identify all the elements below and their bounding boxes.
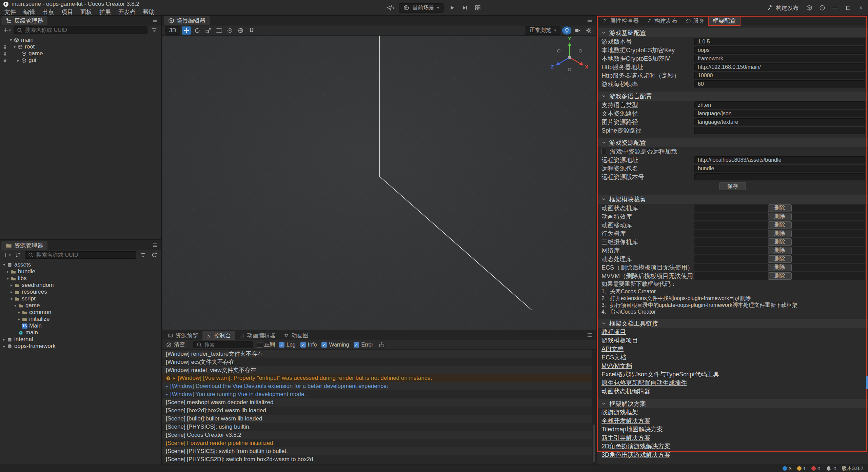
- expand-arrow-icon[interactable]: ▸: [1, 337, 7, 342]
- mode-3d-toggle[interactable]: 3D: [165, 26, 180, 35]
- error-checkbox[interactable]: ✓: [354, 342, 359, 348]
- assets-filter-button[interactable]: [139, 251, 147, 259]
- expand-arrow-icon[interactable]: ▾: [1, 262, 7, 267]
- snap-toggle-button[interactable]: [247, 26, 256, 35]
- log-count[interactable]: 3: [783, 466, 791, 471]
- console-line[interactable]: ▸[Window] Download the Vue Devtools exte…: [162, 382, 596, 390]
- assets-node-game[interactable]: ▾game: [0, 302, 161, 309]
- doc-link-Tiledmap地图解决方案[interactable]: Tiledmap地图解决方案: [597, 425, 868, 434]
- doc-link-3D角色扮演游戏解决方案[interactable]: 3D角色扮演游戏解决方案: [597, 451, 868, 459]
- section-header-游戏基础配置[interactable]: 游戏基础配置: [597, 28, 868, 37]
- doc-link-ECS文档[interactable]: ECS文档: [597, 353, 868, 362]
- delete-module-button[interactable]: 删除: [768, 247, 792, 254]
- delete-module-button[interactable]: 删除: [768, 255, 792, 263]
- remote-load-checkbox[interactable]: [601, 149, 607, 154]
- tab-动画图[interactable]: 动画图: [280, 331, 313, 340]
- delete-module-button[interactable]: 删除: [768, 238, 792, 246]
- doc-link-原生包热更新配置自动生成插件[interactable]: 原生包热更新配置自动生成插件: [597, 379, 868, 387]
- pivot-toggle-button[interactable]: [225, 26, 234, 35]
- tab-构建发布[interactable]: 构建发布: [643, 16, 682, 25]
- tab-属性检查器[interactable]: 属性检查器: [598, 16, 643, 25]
- tab-框架配置[interactable]: 框架配置: [709, 16, 740, 25]
- expand-arrow-icon[interactable]: ▸: [9, 283, 14, 288]
- section-header-框架解决方案[interactable]: 框架解决方案: [597, 399, 868, 408]
- field-input-本地数据CryptoES加密IV[interactable]: [694, 55, 865, 62]
- close-button[interactable]: ×: [855, 3, 867, 13]
- hierarchy-node-game[interactable]: game: [0, 50, 161, 57]
- play-button[interactable]: [448, 4, 456, 12]
- section-header-框架模块裁剪[interactable]: 框架模块裁剪: [597, 195, 868, 204]
- console-line[interactable]: ▸[Window] You are running Vue in develop…: [162, 390, 596, 398]
- assets-node-initialize[interactable]: ▸initialize: [0, 316, 161, 322]
- console-search-input[interactable]: [204, 342, 250, 348]
- tab-assets[interactable]: 资源管理器: [1, 241, 47, 250]
- hierarchy-menu-button[interactable]: [152, 17, 158, 23]
- doc-link-新手引导解决方案[interactable]: 新手引导解决方案: [597, 434, 868, 442]
- menu-item-项目[interactable]: 项目: [58, 8, 77, 16]
- assets-node-Main[interactable]: TSMain: [0, 322, 161, 329]
- assets-menu-button[interactable]: [152, 242, 158, 248]
- scene-settings-button[interactable]: [584, 26, 593, 35]
- filter-info[interactable]: ✓Info: [300, 342, 317, 348]
- warning-checkbox[interactable]: ✓: [321, 342, 327, 348]
- help-button[interactable]: ?: [816, 3, 828, 13]
- assets-node-assets[interactable]: ▾assets: [0, 261, 161, 268]
- rect-tool-button[interactable]: [214, 26, 223, 35]
- field-input-远程资源版本号[interactable]: [694, 173, 865, 180]
- menu-item-编辑[interactable]: 编辑: [20, 8, 39, 16]
- preview-target-button[interactable]: ▾: [386, 4, 395, 12]
- hierarchy-node-root[interactable]: ▾root: [0, 43, 161, 50]
- hierarchy-search-input[interactable]: [25, 27, 144, 33]
- log-checkbox[interactable]: ✓: [279, 342, 284, 348]
- filter-log[interactable]: ✓Log: [279, 342, 296, 348]
- save-button[interactable]: 保存: [719, 182, 746, 190]
- filter-warning[interactable]: ✓Warning: [321, 342, 349, 348]
- doc-link-动画状态机编辑器[interactable]: 动画状态机编辑器: [597, 387, 868, 396]
- scene-menu-button[interactable]: [587, 17, 593, 23]
- notification-count[interactable]: 0: [826, 466, 836, 472]
- layout-grid-button[interactable]: [473, 4, 482, 12]
- assets-node-oops-framework[interactable]: ▸oops-framework: [0, 343, 161, 350]
- info-checkbox[interactable]: ✓: [300, 342, 306, 348]
- assets-node-resources[interactable]: ▸resources: [0, 289, 161, 295]
- console-line[interactable]: [Window] render_texture文件夹不存在: [162, 350, 596, 358]
- expand-arrow-icon[interactable]: ▸: [173, 376, 175, 380]
- menu-item-扩展[interactable]: 扩展: [96, 8, 115, 16]
- expand-arrow-icon[interactable]: ▸: [166, 384, 168, 389]
- console-collapse-button[interactable]: [377, 341, 386, 349]
- console-scroll-thumb[interactable]: [593, 425, 595, 462]
- move-tool-button[interactable]: [182, 26, 191, 35]
- assets-node-main[interactable]: main: [0, 329, 161, 336]
- section-header-游戏资源配置[interactable]: 游戏资源配置: [597, 138, 868, 147]
- field-input-Http服务器地址[interactable]: [694, 63, 865, 71]
- console-line[interactable]: !▸[Window] [Vue warn]: Property "onInput…: [162, 374, 596, 382]
- delete-module-button[interactable]: 删除: [768, 230, 792, 237]
- console-line[interactable]: [Scene] Cocos Creator v3.8.2: [162, 431, 596, 439]
- expand-arrow-icon[interactable]: ▸: [16, 317, 22, 321]
- field-input-Spine资源路径[interactable]: [694, 127, 865, 134]
- tab-控制台[interactable]: 控制台: [202, 331, 235, 340]
- hierarchy-add-button[interactable]: ▾: [2, 26, 11, 34]
- doc-link-教程项目[interactable]: 教程项目: [597, 328, 868, 336]
- console-line[interactable]: [Scene] [bullet]:bullet wasm lib loaded.: [162, 415, 596, 423]
- console-clear-button[interactable]: 清空: [166, 341, 185, 348]
- console-line[interactable]: [Scene] [PHYSICS2D]: switch from box2d-w…: [162, 455, 596, 464]
- expand-arrow-icon[interactable]: ▾: [12, 44, 17, 49]
- expand-arrow-icon[interactable]: ▸: [16, 58, 21, 63]
- tab-服务[interactable]: 服务: [682, 16, 709, 25]
- assets-add-button[interactable]: ▾: [2, 251, 11, 259]
- expand-arrow-icon[interactable]: ▾: [8, 38, 14, 42]
- hierarchy-node-main[interactable]: ▾main: [0, 37, 161, 43]
- doc-link-战旗游戏框架[interactable]: 战旗游戏框架: [597, 408, 868, 417]
- menu-item-开发者[interactable]: 开发者: [115, 8, 139, 16]
- assets-search-input[interactable]: [36, 252, 133, 258]
- assets-node-script[interactable]: ▾script: [0, 295, 161, 302]
- expand-arrow-icon[interactable]: ▸: [5, 276, 11, 281]
- expand-arrow-icon[interactable]: ▸: [5, 269, 11, 274]
- delete-module-button[interactable]: 删除: [768, 264, 792, 271]
- console-line[interactable]: [Window] model_view文件夹不存在: [162, 366, 596, 374]
- section-header-框架文档工具链接[interactable]: 框架文档工具链接: [597, 319, 868, 328]
- console-line[interactable]: [Scene] [box2d]:box2d wasm lib loaded.: [162, 407, 596, 415]
- regex-checkbox[interactable]: [257, 342, 262, 348]
- remote-load-toggle[interactable]: 游戏中资源是否远程加载: [597, 147, 868, 156]
